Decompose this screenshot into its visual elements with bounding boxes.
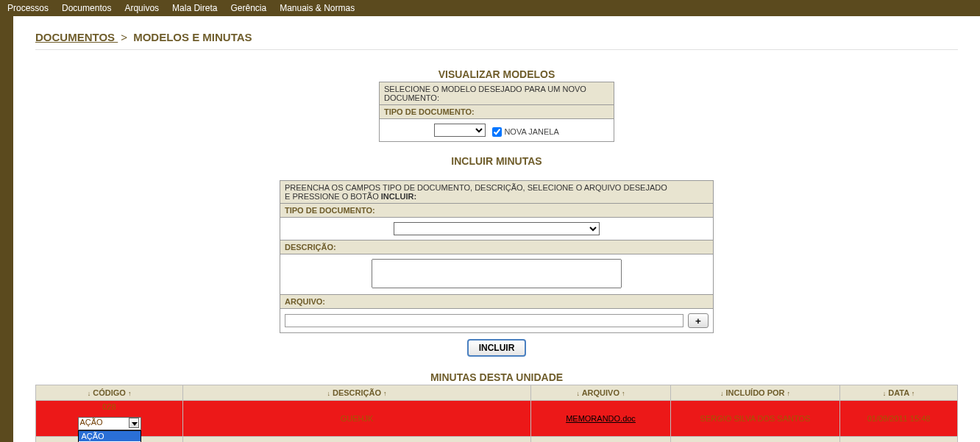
vm-nova-janela-checkbox[interactable] xyxy=(492,127,502,137)
sort-down-icon: ↓ xyxy=(720,390,724,397)
content: DOCUMENTOS > MODELOS E MINUTAS VISUALIZA… xyxy=(13,16,980,442)
file-link[interactable]: MEMORANDO.doc xyxy=(566,414,636,423)
grid-header-row: ↓ CÓDIGO ↑ ↓ DESCRIÇÃO ↑ ↓ ARQUIVO ↑ ↓ I… xyxy=(36,385,958,401)
cell-user: SERGIO SILVA DOS SANTOS xyxy=(671,401,840,437)
topbar-gerencia[interactable]: Gerência xyxy=(230,3,266,13)
th-arquivo-text: ARQUIVO xyxy=(582,388,619,397)
vm-nova-janela-label: NOVA JANELA xyxy=(504,127,558,136)
chevron-down-icon xyxy=(129,418,139,428)
breadcrumb-documentos[interactable]: DOCUMENTOS xyxy=(35,31,118,43)
topbar-mala-direta[interactable]: Mala Direta xyxy=(172,3,217,13)
th-codigo[interactable]: ↓ CÓDIGO ↑ xyxy=(36,385,183,401)
sidebar-left xyxy=(0,16,13,442)
grid-section: MINUTAS DESTA UNIDADE ↓ CÓDIGO ↑ ↓ DESCR… xyxy=(35,371,958,442)
im-header-line1: PREENCHA OS CAMPOS TIPO DE DOCUMENTO, DE… xyxy=(285,183,667,192)
im-title: INCLUIR MINUTAS xyxy=(35,155,958,167)
im-panel: PREENCHA OS CAMPOS TIPO DE DOCUMENTO, DE… xyxy=(280,180,714,333)
action-select-wrap: AÇÃO AÇÃO ENCAMINHAR PROTOCOLAR EXCLUIR … xyxy=(78,417,141,430)
breadcrumb-sep: > xyxy=(121,31,127,43)
vm-input-row: NOVA JANELA xyxy=(380,119,614,141)
im-header: PREENCHA OS CAMPOS TIPO DE DOCUMENTO, DE… xyxy=(280,181,713,204)
action-opt-acao[interactable]: AÇÃO xyxy=(79,431,141,441)
vm-header: SELECIONE O MODELO DESEJADO PARA UM NOVO… xyxy=(380,82,614,105)
im-tipo-label: TIPO DE DOCUMENTO: xyxy=(280,204,713,218)
cell-user: SERGIO SILVA DOS SANTOS xyxy=(671,437,840,443)
action-select-value: AÇÃO xyxy=(80,418,103,427)
sort-up-icon: ↑ xyxy=(787,390,791,397)
sort-up-icon: ↑ xyxy=(128,390,132,397)
im-desc-textarea[interactable] xyxy=(372,259,622,288)
sort-up-icon: ↑ xyxy=(622,390,625,397)
topbar-manuais[interactable]: Manuais & Normas xyxy=(280,3,355,13)
breadcrumb-current: MODELOS E MINUTAS xyxy=(133,31,252,43)
cell-data: 26/08/2011 09:57 xyxy=(840,437,958,443)
topbar: Processos Documentos Arquivos Mala Diret… xyxy=(0,0,980,16)
th-desc[interactable]: ↓ DESCRIÇÃO ↑ xyxy=(183,385,531,401)
action-dropdown: AÇÃO ENCAMINHAR PROTOCOLAR EXCLUIR HISTÓ… xyxy=(78,430,141,442)
breadcrumb: DOCUMENTOS > MODELOS E MINUTAS xyxy=(35,31,958,50)
sort-down-icon: ↓ xyxy=(576,390,580,397)
im-tipo-row xyxy=(280,218,713,240)
sort-up-icon: ↑ xyxy=(912,390,915,397)
table-row: 028 AÇÃO AÇÃO ENCAMINHAR PROTOCOLAR EXCL… xyxy=(36,401,958,437)
im-arquivo-label: ARQUIVO: xyxy=(280,295,713,309)
th-data-text: DATA xyxy=(888,388,909,397)
topbar-arquivos[interactable]: Arquivos xyxy=(124,3,159,13)
cell-data: 01/09/2011 15:48 xyxy=(840,401,958,437)
cell-codigo: 028 AÇÃO AÇÃO ENCAMINHAR PROTOCOLAR EXCL… xyxy=(36,401,183,437)
sort-down-icon: ↓ xyxy=(88,390,91,397)
incluir-button[interactable]: INCLUIR xyxy=(467,339,527,357)
cell-arquivo: SIGED.doc xyxy=(531,437,671,443)
vm-tipo-select[interactable] xyxy=(434,124,486,137)
sort-down-icon: ↓ xyxy=(883,390,887,397)
im-desc-label: DESCRIÇÃO: xyxy=(280,240,713,254)
th-arquivo[interactable]: ↓ ARQUIVO ↑ xyxy=(531,385,671,401)
im-header-line2a: E PRESSIONE O BOTÃO xyxy=(285,192,381,201)
table-row: SOLICITACAO DE CARIMBO. SIGED.doc SERGIO… xyxy=(36,437,958,443)
vm-panel: SELECIONE O MODELO DESEJADO PARA UM NOVO… xyxy=(379,82,614,142)
cell-arquivo: MEMORANDO.doc xyxy=(531,401,671,437)
cell-desc: GUEHJK xyxy=(183,401,531,437)
vm-title: VISUALIZAR MODELOS xyxy=(35,68,958,80)
im-arquivo-row: + xyxy=(280,309,713,332)
th-data[interactable]: ↓ DATA ↑ xyxy=(840,385,958,401)
action-select[interactable]: AÇÃO xyxy=(78,417,141,430)
th-codigo-text: CÓDIGO xyxy=(93,388,126,397)
im-plus-button[interactable]: + xyxy=(688,313,709,328)
im-tipo-select[interactable] xyxy=(394,222,600,235)
th-user-text: INCLUÍDO POR xyxy=(725,388,784,397)
cell-desc: SOLICITACAO DE CARIMBO. xyxy=(183,437,531,443)
grid-table: ↓ CÓDIGO ↑ ↓ DESCRIÇÃO ↑ ↓ ARQUIVO ↑ ↓ I… xyxy=(35,385,958,442)
im-arquivo-input[interactable] xyxy=(285,314,683,327)
vm-tipo-label: TIPO DE DOCUMENTO: xyxy=(380,105,614,119)
topbar-processos[interactable]: Processos xyxy=(7,3,49,13)
sort-down-icon: ↓ xyxy=(327,390,330,397)
topbar-documentos[interactable]: Documentos xyxy=(62,3,111,13)
row-code: 028 xyxy=(102,402,116,411)
grid-title: MINUTAS DESTA UNIDADE xyxy=(35,371,958,383)
im-header-line2b: INCLUIR: xyxy=(381,192,416,201)
im-desc-row xyxy=(280,254,713,295)
th-user[interactable]: ↓ INCLUÍDO POR ↑ xyxy=(671,385,840,401)
th-desc-text: DESCRIÇÃO xyxy=(333,388,381,397)
sort-up-icon: ↑ xyxy=(383,390,387,397)
